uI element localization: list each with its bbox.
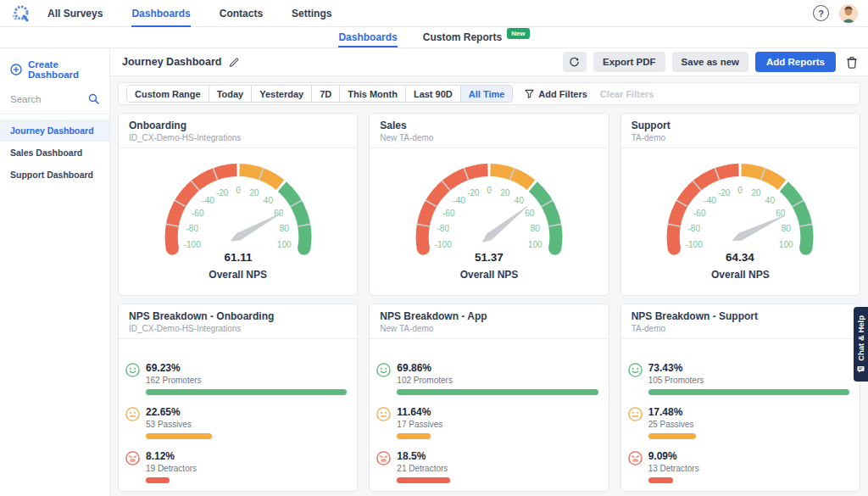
- help-button[interactable]: ?: [813, 5, 829, 21]
- svg-text:20: 20: [752, 188, 762, 198]
- card-subtitle: New TA-demo: [380, 324, 598, 333]
- top-navigation: All SurveysDashboardsContactsSettings ?: [0, 0, 868, 27]
- svg-text:-80: -80: [437, 224, 449, 233]
- gauge-metric-label: Overall NPS: [711, 269, 770, 281]
- svg-text:60: 60: [525, 209, 535, 218]
- range-all-time[interactable]: All Time: [461, 86, 513, 102]
- promoter-smiley-icon: [376, 363, 391, 377]
- gauge-card-sales: SalesNew TA-demo-100-80-60-40-2002040608…: [369, 113, 609, 296]
- page-title: Journey Dashboard: [122, 56, 221, 68]
- svg-text:-20: -20: [216, 188, 229, 198]
- gauge-needle: [231, 213, 281, 241]
- gauge-chart-body: -100-80-60-40-2002040608010064.34Overall…: [621, 148, 860, 281]
- range-today[interactable]: Today: [209, 86, 253, 102]
- svg-text:100: 100: [277, 240, 292, 249]
- gauge-cards-row: OnboardingID_CX-Demo-HS-Integrations-100…: [118, 113, 860, 296]
- breakdown-stats: 69.86%102 Promoters: [397, 362, 598, 395]
- breakdown-stats: 18.5%21 Detractors: [397, 450, 598, 483]
- svg-text:-80: -80: [688, 224, 701, 233]
- range-this-month[interactable]: This Month: [340, 86, 406, 102]
- detractor-row: 9.09%13 Detractors: [628, 450, 849, 483]
- range-yesterday[interactable]: Yesterday: [252, 86, 312, 102]
- percentage-value: 22.65%: [146, 406, 347, 418]
- respondent-count: 17 Passives: [397, 420, 598, 429]
- gauge-chart-body: -100-80-60-40-2002040608010051.37Overall…: [370, 148, 608, 281]
- promoters-bar: [146, 389, 347, 395]
- svg-text:0: 0: [236, 186, 241, 195]
- detractor-zone: [422, 170, 487, 249]
- edit-title-icon[interactable]: [229, 57, 240, 68]
- gauge-metric-label: Overall NPS: [209, 269, 267, 281]
- svg-text:-80: -80: [186, 224, 198, 233]
- dashboard-list: Journey DashboardSales DashboardSupport …: [0, 114, 109, 186]
- clear-filters-button[interactable]: Clear Filters: [600, 89, 654, 99]
- card-subtitle: TA-demo: [632, 133, 849, 142]
- chat-bubble-icon: [857, 365, 865, 373]
- respondent-count: 13 Detractors: [648, 464, 849, 473]
- breakdown-stats: 9.09%13 Detractors: [648, 450, 849, 483]
- range-7d[interactable]: 7D: [312, 86, 340, 102]
- nav-item-settings[interactable]: Settings: [292, 0, 331, 27]
- gauge-value: 64.34: [726, 251, 754, 264]
- refresh-button[interactable]: [563, 52, 587, 72]
- card-subtitle: ID_CX-Demo-HS-Integrations: [129, 133, 347, 142]
- breakdown-stats: 11.64%17 Passives: [397, 406, 598, 439]
- card-title: Sales: [380, 120, 598, 131]
- nav-item-contacts[interactable]: Contacts: [220, 0, 263, 27]
- tab-dashboards[interactable]: Dashboards: [338, 27, 397, 47]
- gauge-card-support: SupportTA-demo-100-80-60-40-200204060801…: [620, 113, 860, 296]
- card-title: NPS Breakdown - Support: [632, 310, 849, 322]
- svg-text:-40: -40: [202, 196, 214, 205]
- percentage-value: 69.23%: [146, 362, 347, 374]
- gauge-metric-label: Overall NPS: [460, 269, 519, 281]
- tab-custom-reports[interactable]: Custom ReportsNew: [423, 27, 530, 47]
- card-title: NPS Breakdown - Onboarding: [129, 310, 347, 322]
- card-header: OnboardingID_CX-Demo-HS-Integrations: [119, 114, 357, 148]
- nps-gauge: -100-80-60-40-2002040608010061.11: [137, 153, 339, 266]
- export-pdf-button[interactable]: Export PDF: [593, 52, 665, 72]
- card-header: NPS Breakdown - AppNew TA-demo: [370, 304, 608, 339]
- user-avatar[interactable]: [839, 4, 858, 23]
- breakdown-stats: 8.12%19 Detractors: [146, 450, 347, 483]
- gauge-card-onboarding: OnboardingID_CX-Demo-HS-Integrations-100…: [118, 113, 358, 296]
- search-input[interactable]: [10, 94, 88, 104]
- delete-dashboard-button[interactable]: [844, 54, 860, 70]
- create-dashboard-button[interactable]: Create Dashboard: [0, 48, 109, 89]
- detractor-row: 8.12%19 Detractors: [125, 450, 347, 483]
- detractor-icon: [125, 451, 140, 465]
- detractors-bar: [397, 477, 450, 483]
- percentage-value: 18.5%: [397, 450, 598, 462]
- svg-text:-20: -20: [718, 188, 731, 198]
- chat-help-tab[interactable]: Chat & Help: [854, 307, 868, 382]
- detractor-zone: [673, 170, 738, 249]
- plus-circle-icon: [10, 64, 22, 75]
- breakdown-card-nps-breakdown-app: NPS Breakdown - AppNew TA-demo 69.86%102…: [369, 304, 609, 492]
- sidebar-item-support-dashboard[interactable]: Support Dashboard: [0, 164, 109, 186]
- svg-text:-20: -20: [467, 188, 480, 198]
- breakdown-card-nps-breakdown-onboarding: NPS Breakdown - OnboardingID_CX-Demo-HS-…: [118, 304, 358, 492]
- search-icon[interactable]: [88, 93, 99, 104]
- respondent-count: 102 Promoters: [397, 376, 598, 385]
- promoters-bar: [397, 389, 598, 395]
- sidebar-item-journey-dashboard[interactable]: Journey Dashboard: [0, 120, 109, 142]
- nav-item-dashboards[interactable]: Dashboards: [131, 0, 190, 27]
- percentage-value: 69.86%: [397, 362, 598, 374]
- range-custom-range[interactable]: Custom Range: [127, 86, 209, 102]
- detractor-angry-icon: [376, 451, 391, 465]
- sidebar-item-sales-dashboard[interactable]: Sales Dashboard: [0, 142, 109, 164]
- percentage-value: 11.64%: [397, 406, 598, 418]
- card-title: Support: [632, 120, 849, 131]
- card-title: Onboarding: [129, 120, 347, 131]
- card-header: SalesNew TA-demo: [370, 114, 608, 148]
- svg-text:-40: -40: [453, 196, 465, 205]
- detractor-zone: [171, 170, 236, 249]
- nav-item-all-surveys[interactable]: All Surveys: [47, 0, 103, 27]
- add-filters-button[interactable]: Add Filters: [525, 89, 587, 99]
- range-last-90d[interactable]: Last 90D: [406, 86, 461, 102]
- chat-help-label: Chat & Help: [856, 315, 865, 361]
- main-panel: Journey Dashboard Export PDF Save as new…: [110, 48, 868, 496]
- percentage-value: 17.48%: [648, 406, 849, 418]
- passive-neutral-icon: [125, 407, 140, 421]
- add-reports-button[interactable]: Add Reports: [755, 52, 836, 72]
- save-as-new-button[interactable]: Save as new: [672, 52, 748, 72]
